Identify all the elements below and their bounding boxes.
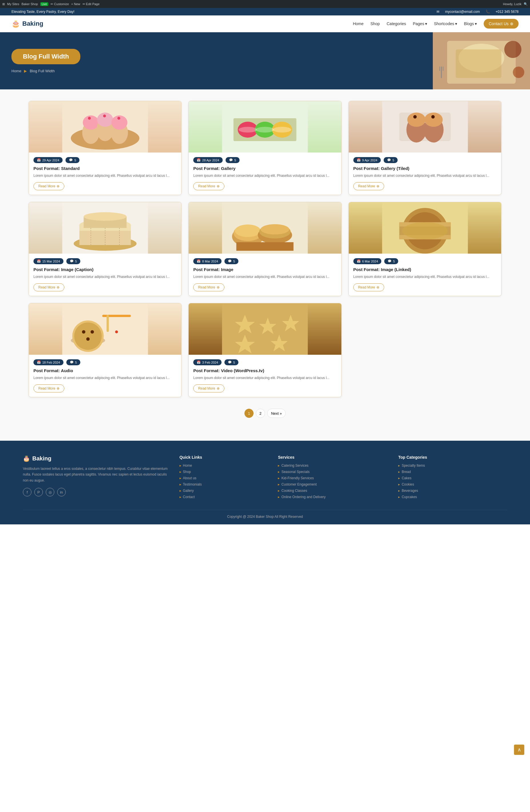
- new-link[interactable]: + New: [71, 2, 80, 6]
- footer-link[interactable]: Kid-Friendly Services: [278, 476, 387, 480]
- post-comments: 5: [393, 260, 395, 263]
- svg-point-20: [117, 117, 120, 120]
- post-image: [349, 101, 501, 153]
- post-date: 28 Apr 2024: [202, 159, 219, 162]
- svg-point-53: [261, 224, 289, 234]
- admin-bar-left: ⊞ My Sites Baker Shop Live ✏ Customize +…: [2, 2, 99, 6]
- footer-about: 🎂 Baking Vestibulum laoreet tellus a ero…: [23, 455, 168, 501]
- page-btn-next[interactable]: Next »: [267, 409, 285, 418]
- social-instagram[interactable]: ◎: [46, 488, 54, 496]
- post-image: [189, 303, 341, 355]
- read-more-button[interactable]: Read More ⊕: [33, 283, 64, 291]
- calendar-icon: 📅: [197, 259, 201, 263]
- svg-point-67: [90, 330, 94, 334]
- page-hero-content: Blog Full Width Home ▶ Blog Full Width: [0, 38, 433, 85]
- nav-blogs[interactable]: Blogs ▾: [464, 21, 477, 26]
- copyright-text: Copyright @ 2024 Baker Shop All Right Re…: [227, 515, 303, 519]
- baker-shop-link[interactable]: Baker Shop: [22, 2, 38, 6]
- footer-link[interactable]: Shop: [180, 470, 267, 474]
- footer-link[interactable]: Bread: [398, 470, 507, 474]
- read-more-button[interactable]: Read More ⊕: [193, 385, 224, 392]
- footer-description: Vestibulum laoreet tellus a eros sodales…: [23, 466, 168, 483]
- footer-logo-text: Baking: [32, 455, 52, 462]
- footer-link[interactable]: Gallery: [180, 489, 267, 493]
- edit-page-link[interactable]: ✏ Edit Page: [83, 2, 100, 6]
- comment-icon: 💬: [387, 158, 391, 162]
- phone-number[interactable]: +012 345 5678: [496, 10, 519, 14]
- read-more-label: Read More: [358, 184, 375, 188]
- search-icon[interactable]: 🔍: [524, 2, 528, 6]
- nav-pages[interactable]: Pages ▾: [413, 21, 427, 26]
- footer-link[interactable]: Cupcakes: [398, 495, 507, 499]
- read-more-button[interactable]: Read More ⊕: [193, 283, 224, 291]
- email-address[interactable]: mycontact@email.com: [445, 10, 480, 14]
- contact-us-button[interactable]: Contact Us ⊕: [484, 19, 519, 29]
- post-comments: 5: [233, 361, 235, 364]
- card-body: 📅 9 Apr 2024 💬 5 Post Format: Gallery (T…: [349, 153, 501, 195]
- date-badge: 📅 3 Feb 2024: [193, 359, 222, 365]
- footer-link[interactable]: Contact: [180, 495, 267, 499]
- read-more-button[interactable]: Read More ⊕: [33, 385, 64, 392]
- footer-link[interactable]: Cooking Classes: [278, 489, 387, 493]
- post-title: Post Format: Audio: [33, 368, 177, 373]
- wp-logo[interactable]: ⊞: [2, 2, 5, 6]
- read-more-button[interactable]: Read More ⊕: [193, 182, 224, 190]
- calendar-icon: 📅: [37, 158, 41, 162]
- footer-quick-links-title: Quick Links: [180, 455, 267, 460]
- post-image: [29, 303, 181, 355]
- footer-link[interactable]: Testimonials: [180, 482, 267, 487]
- top-info-bar: Elevating Taste, Every Pastry, Every Day…: [0, 8, 530, 15]
- social-linkedin[interactable]: in: [57, 488, 66, 496]
- my-sites-link[interactable]: My Sites: [7, 2, 19, 6]
- read-more-button[interactable]: Read More ⊕: [353, 182, 384, 190]
- breadcrumb-home[interactable]: Home: [11, 69, 22, 73]
- post-date: 18 Feb 2024: [42, 361, 60, 364]
- footer-logo[interactable]: 🎂 Baking: [23, 455, 168, 462]
- footer-categories-list: Specialty ItemsBreadCakesCookiesBeverage…: [398, 464, 507, 499]
- breadcrumb-current: Blog Full Width: [30, 69, 55, 73]
- post-excerpt: Lorem ipsum dolor sit amet consectetur a…: [33, 274, 177, 279]
- social-pinterest[interactable]: P: [34, 488, 43, 496]
- comment-icon: 💬: [388, 259, 392, 263]
- page-btn-1[interactable]: 1: [245, 409, 254, 418]
- post-image: [29, 202, 181, 253]
- post-date: 29 Apr 2024: [42, 159, 59, 162]
- svg-point-50: [235, 224, 261, 237]
- footer-social: f P ◎ in: [23, 488, 168, 496]
- footer-quick-links-list: HomeShopAbout usTestimonialsGalleryConta…: [180, 464, 267, 499]
- nav-shop[interactable]: Shop: [371, 21, 380, 26]
- nav-categories[interactable]: Categories: [387, 21, 406, 26]
- comments-badge: 💬 5: [66, 258, 80, 264]
- svg-point-19: [103, 115, 106, 117]
- social-facebook[interactable]: f: [23, 488, 31, 496]
- main-header: 🎂 Baking Home Shop Categories Pages ▾ Sh…: [0, 15, 530, 32]
- footer-link[interactable]: Specialty Items: [398, 464, 507, 467]
- phone-icon: 📞: [486, 10, 490, 14]
- post-excerpt: Lorem ipsum dolor sit amet consectetur a…: [353, 173, 497, 178]
- blog-card: 📅 28 Apr 2024 💬 5 Post Format: Gallery L…: [189, 101, 341, 195]
- nav-shortcodes[interactable]: Shortcodes ▾: [434, 21, 457, 26]
- footer-link[interactable]: About us: [180, 476, 267, 480]
- arrow-icon: ⊕: [217, 285, 220, 289]
- footer-bottom: Copyright @ 2024 Baker Shop All Right Re…: [23, 510, 507, 519]
- post-comments: 5: [75, 260, 77, 263]
- card-body: 📅 18 Feb 2024 💬 5 Post Format: Audio Lor…: [29, 355, 181, 397]
- footer-link[interactable]: Cakes: [398, 476, 507, 480]
- read-more-button[interactable]: Read More ⊕: [33, 182, 64, 190]
- logo[interactable]: 🎂 Baking: [11, 20, 43, 28]
- footer-link[interactable]: Home: [180, 464, 267, 467]
- page-btn-2[interactable]: 2: [256, 409, 265, 418]
- nav-home[interactable]: Home: [353, 21, 363, 26]
- footer-link[interactable]: Catering Services: [278, 464, 387, 467]
- read-more-button[interactable]: Read More ⊕: [353, 283, 384, 291]
- footer-link[interactable]: Beverages: [398, 489, 507, 493]
- blog-card: 📅 8 Mar 2024 💬 5 Post Format: Image Lore…: [189, 202, 341, 296]
- svg-point-4: [513, 67, 524, 78]
- hero-image: [433, 32, 530, 89]
- blog-card: 📅 3 Feb 2024 💬 5 Post Format: Video (Wor…: [189, 303, 341, 397]
- footer-link[interactable]: Customer Engagement: [278, 482, 387, 487]
- footer-link[interactable]: Online Ordering and Delivery: [278, 495, 387, 499]
- footer-link[interactable]: Seasonal Specials: [278, 470, 387, 474]
- customize-link[interactable]: ✏ Customize: [51, 2, 69, 6]
- footer-link[interactable]: Cookies: [398, 482, 507, 487]
